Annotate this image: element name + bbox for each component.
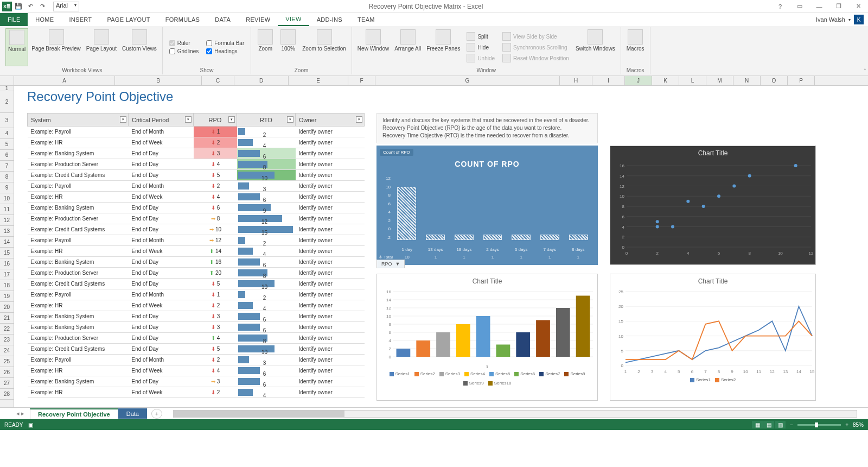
table-row[interactable]: Example: PayrollEnd of Month⬇12Identify … [28,127,365,137]
row-header[interactable]: 8 [0,172,14,182]
tab-data[interactable]: DATA [207,13,238,26]
table-row[interactable]: Example: Banking SystemEnd of Day⬇69Iden… [28,203,365,213]
cell-rpo[interactable]: ⬇6 [194,203,237,213]
cell-owner[interactable]: Identify owner [296,289,365,300]
table-row[interactable]: Example: HREnd of Week⬆144Identify owner [28,246,365,257]
row-header[interactable]: 14 [0,237,14,248]
cell-rto[interactable]: 10 [237,279,296,289]
cell-system[interactable]: Example: Credit Card Systems [28,279,129,289]
horizontal-scrollbar[interactable] [173,410,857,418]
cell-rto[interactable]: 3 [237,181,296,192]
table-row[interactable]: Example: Banking SystemEnd of Day⬇36Iden… [28,311,365,322]
filter-icon[interactable]: ▾ [120,116,126,123]
cell-critical[interactable]: End of Day [129,159,194,170]
split-button[interactable]: Split [465,31,496,41]
tab-file[interactable]: FILE [0,13,28,26]
ruler-checkbox[interactable]: Ruler [168,40,200,47]
col-header-D[interactable]: D [234,76,289,85]
cell-rto[interactable]: 2 [237,127,296,137]
collapse-ribbon-icon[interactable]: ˆ [864,68,866,74]
chart-line-series[interactable]: Chart Title 2520151050123456789101112131… [610,274,816,401]
pagelayout-button[interactable]: Page Layout [84,28,119,66]
minimize-icon[interactable]: — [812,1,827,12]
cell-system[interactable]: Example: HR [28,192,129,203]
cell-rto[interactable]: 6 [237,311,296,322]
cell-critical[interactable]: End of Day [129,203,194,213]
tab-home[interactable]: HOME [28,13,61,26]
col-header-K[interactable]: K [652,76,679,85]
cell-system[interactable]: Example: Production Server [28,333,129,344]
cell-rto[interactable]: 6 [237,365,296,376]
unhide-button[interactable]: Unhide [465,53,496,63]
cell-rpo[interactable]: ➡3 [194,376,237,387]
close-icon[interactable]: ✕ [851,1,866,12]
col-header-F[interactable]: F [348,76,375,85]
col-header-P[interactable]: P [788,76,815,85]
cell-rpo[interactable]: ⬇4 [194,159,237,170]
row-header[interactable]: 1 [0,86,14,91]
cell-rpo[interactable]: ⬇5 [194,344,237,355]
cell-system[interactable]: Example: Payroll [28,181,129,192]
zoom-slider[interactable] [797,424,841,426]
row-header[interactable]: 25 [0,356,14,367]
row-header[interactable]: 10 [0,193,14,204]
table-row[interactable]: Example: Banking SystemEnd of Day⬆166Ide… [28,257,365,268]
cell-system[interactable]: Example: Banking System [28,257,129,268]
excel-logo-icon[interactable]: X≣ [2,2,12,11]
row-header[interactable]: 27 [0,378,14,389]
cell-rto[interactable]: 4 [237,387,296,398]
rpo-filter-label[interactable]: RPO▼ [376,260,405,268]
cell-rto[interactable]: 2 [237,289,296,300]
cell-owner[interactable]: Identify owner [296,127,365,137]
table-row[interactable]: Example: PayrollEnd of Month⬇23Identify … [28,355,365,365]
tab-pagelayout[interactable]: PAGE LAYOUT [99,13,157,26]
table-row[interactable]: Example: HREnd of Week⬇46Identify owner [28,365,365,376]
cell-rto[interactable]: 10 [237,344,296,355]
zoom-level[interactable]: 85% [853,422,864,428]
cell-rpo[interactable]: ⬇5 [194,279,237,289]
row-header[interactable]: 17 [0,269,14,280]
pagebreak-view-icon[interactable]: ▥ [775,421,786,428]
cell-system[interactable]: Example: Banking System [28,203,129,213]
sheet-tab-data[interactable]: Data [118,408,147,419]
filter-icon[interactable]: ▾ [356,116,362,123]
cell-critical[interactable]: End of Day [129,311,194,322]
col-header-N[interactable]: N [733,76,761,85]
row-header[interactable]: 13 [0,226,14,237]
cell-owner[interactable]: Identify owner [296,344,365,355]
cell-critical[interactable]: End of Week [129,192,194,203]
resetpos-button[interactable]: Reset Window Position [501,53,570,63]
cell-owner[interactable]: Identify owner [296,387,365,398]
tab-view[interactable]: VIEW [278,13,309,26]
row-header[interactable]: 21 [0,313,14,324]
cell-owner[interactable]: Identify owner [296,203,365,213]
cell-system[interactable]: Example: HR [28,387,129,398]
row-header[interactable]: 19 [0,291,14,302]
cell-rpo[interactable]: ⬇3 [194,311,237,322]
cell-rpo[interactable]: ⬇5 [194,170,237,181]
cell-owner[interactable]: Identify owner [296,159,365,170]
cell-rto[interactable]: 6 [237,192,296,203]
cell-rpo[interactable]: ⬇3 [194,322,237,333]
hide-button[interactable]: Hide [465,42,496,52]
cell-owner[interactable]: Identify owner [296,235,365,246]
cell-critical[interactable]: End of Week [129,365,194,376]
cell-rpo[interactable]: ⬆4 [194,333,237,344]
row-header[interactable]: 5 [0,139,14,150]
cell-rto[interactable]: 8 [237,333,296,344]
worksheet[interactable]: Recovery Point Objective System▾ Critica… [14,86,868,407]
cell-owner[interactable]: Identify owner [296,224,365,235]
pagelayout-view-icon[interactable]: ▤ [763,421,774,428]
cell-critical[interactable]: End of Day [129,279,194,289]
table-row[interactable]: Example: Production ServerEnd of Day⬆48I… [28,333,365,344]
row-header[interactable]: 6 [0,150,14,161]
zoom100-button[interactable]: 100% [277,28,299,66]
cell-critical[interactable]: End of Week [129,137,194,148]
table-row[interactable]: Example: Production ServerEnd of Day⬆208… [28,268,365,279]
cell-critical[interactable]: End of Day [129,213,194,224]
cell-system[interactable]: Example: Banking System [28,148,129,159]
cell-system[interactable]: Example: Production Server [28,159,129,170]
row-header[interactable]: 4 [0,128,14,139]
restore-icon[interactable]: ❐ [831,1,846,12]
col-header-G[interactable]: G [375,76,560,85]
